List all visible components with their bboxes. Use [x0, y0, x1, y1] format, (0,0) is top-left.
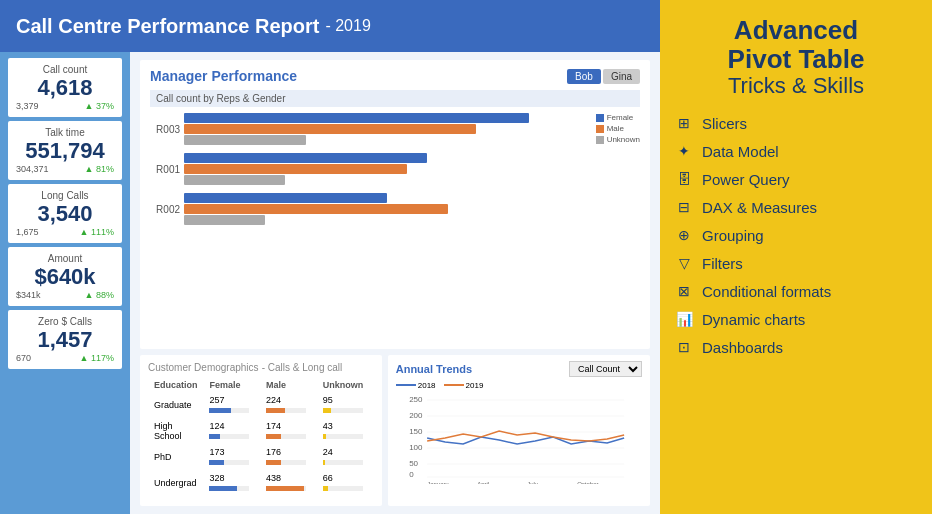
- bottom-row: Customer Demographics - Calls & Long cal…: [140, 355, 650, 506]
- feature-label: Conditional formats: [702, 283, 831, 300]
- feature-label: Dashboards: [702, 339, 783, 356]
- btn-bob[interactable]: Bob: [567, 69, 601, 84]
- stat-label: Call count: [16, 64, 114, 75]
- feature-icon: ⊡: [674, 337, 694, 357]
- bar-group: [184, 193, 590, 225]
- stat-prev: 3,379: [16, 101, 39, 111]
- right-subtitle: Tricks & Skills: [674, 73, 918, 99]
- female-cell: 173: [205, 445, 260, 469]
- legend-item: Female: [596, 113, 640, 122]
- col-male: Male: [262, 379, 317, 391]
- table-row: Graduate 257 224 95: [150, 393, 372, 417]
- legend-label: Unknown: [607, 135, 640, 144]
- trends-header: Annual Trends Call Count: [396, 361, 642, 377]
- manager-btn-group: Bob Gina: [567, 69, 640, 84]
- bar-gray: [184, 175, 285, 185]
- feature-icon: ⊠: [674, 281, 694, 301]
- bar-chart: R003 R001 R002: [150, 113, 590, 225]
- stat-change: ▲ 117%: [80, 353, 114, 363]
- stat-label: Amount: [16, 253, 114, 264]
- stat-change: ▲ 37%: [85, 101, 114, 111]
- feature-item: ⊕ Grouping: [674, 225, 918, 245]
- bar-orange: [184, 204, 448, 214]
- feature-label: Slicers: [702, 115, 747, 132]
- stat-card: Amount $640k $341k ▲ 88%: [8, 247, 122, 306]
- feature-label: Grouping: [702, 227, 764, 244]
- table-row: PhD 173 176 24: [150, 445, 372, 469]
- stat-card: Zero $ Calls 1,457 670 ▲ 117%: [8, 310, 122, 369]
- manager-perf-header: Manager Performance Bob Gina: [150, 68, 640, 84]
- stat-value: 4,618: [16, 77, 114, 99]
- manager-performance-panel: Manager Performance Bob Gina Call count …: [140, 60, 650, 349]
- trends-panel: Annual Trends Call Count 2018: [388, 355, 650, 506]
- features-list: ⊞ Slicers ✦ Data Model 🗄 Power Query ⊟ D…: [674, 113, 918, 357]
- bar-label: R002: [150, 204, 180, 215]
- bar-chart-legend: Female Male Unknown: [596, 113, 640, 225]
- female-cell: 328: [205, 471, 260, 495]
- feature-icon: ⊞: [674, 113, 694, 133]
- manager-perf-title: Manager Performance: [150, 68, 297, 84]
- feature-icon: ✦: [674, 141, 694, 161]
- male-cell: 224: [262, 393, 317, 417]
- edu-cell: High School: [150, 419, 203, 443]
- legend-item: Unknown: [596, 135, 640, 144]
- female-cell: 124: [205, 419, 260, 443]
- report-year: - 2019: [325, 17, 370, 35]
- svg-text:150: 150: [409, 427, 423, 436]
- legend-dot: [596, 136, 604, 144]
- legend-2019: 2019: [444, 381, 484, 390]
- svg-text:July: July: [527, 481, 538, 484]
- feature-label: Data Model: [702, 143, 779, 160]
- feature-label: Power Query: [702, 171, 790, 188]
- edu-cell: PhD: [150, 445, 203, 469]
- stat-prev: 1,675: [16, 227, 39, 237]
- legend-dot: [596, 125, 604, 133]
- stat-sub: 3,379 ▲ 37%: [16, 101, 114, 111]
- svg-text:April: April: [477, 481, 489, 484]
- stat-sub: 304,371 ▲ 81%: [16, 164, 114, 174]
- feature-item: 🗄 Power Query: [674, 169, 918, 189]
- col-female: Female: [205, 379, 260, 391]
- stats-sidebar: Call count 4,618 3,379 ▲ 37% Talk time 5…: [0, 52, 130, 514]
- bar-blue: [184, 153, 427, 163]
- bar-gray: [184, 215, 265, 225]
- demo-table-header: Education Female Male Unknown: [150, 379, 372, 391]
- feature-label: Filters: [702, 255, 743, 272]
- chart-subtitle: Call count by Reps & Gender: [150, 90, 640, 107]
- btn-gina[interactable]: Gina: [603, 69, 640, 84]
- svg-text:100: 100: [409, 443, 423, 452]
- demo-table: Education Female Male Unknown Graduate 2…: [148, 377, 374, 497]
- unknown-cell: 66: [319, 471, 372, 495]
- feature-item: ⊠ Conditional formats: [674, 281, 918, 301]
- trends-select[interactable]: Call Count: [569, 361, 642, 377]
- chart-area: Manager Performance Bob Gina Call count …: [130, 52, 660, 514]
- feature-item: ▽ Filters: [674, 253, 918, 273]
- bar-group: [184, 153, 590, 185]
- unknown-cell: 24: [319, 445, 372, 469]
- stat-change: ▲ 111%: [80, 227, 114, 237]
- feature-item: 📊 Dynamic charts: [674, 309, 918, 329]
- stat-value: 551,794: [16, 140, 114, 162]
- stat-value: $640k: [16, 266, 114, 288]
- demo-table-body: Graduate 257 224 95 High School 124 174: [150, 393, 372, 495]
- svg-text:January: January: [427, 481, 448, 484]
- report-title: Call Centre Performance Report: [16, 15, 319, 38]
- feature-icon: 🗄: [674, 169, 694, 189]
- edu-cell: Graduate: [150, 393, 203, 417]
- feature-icon: 📊: [674, 309, 694, 329]
- feature-icon: ▽: [674, 253, 694, 273]
- bar-row: R003: [150, 113, 590, 145]
- svg-text:250: 250: [409, 395, 423, 404]
- stat-label: Zero $ Calls: [16, 316, 114, 327]
- feature-label: DAX & Measures: [702, 199, 817, 216]
- stat-prev: 304,371: [16, 164, 49, 174]
- bar-label: R003: [150, 124, 180, 135]
- right-title: Advanced Pivot Table: [674, 16, 918, 73]
- stat-card: Talk time 551,794 304,371 ▲ 81%: [8, 121, 122, 180]
- trends-title: Annual Trends: [396, 363, 472, 375]
- bar-blue: [184, 113, 529, 123]
- demographics-panel: Customer Demographics - Calls & Long cal…: [140, 355, 382, 506]
- bar-group: [184, 113, 590, 145]
- edu-cell: Undergrad: [150, 471, 203, 495]
- stat-value: 1,457: [16, 329, 114, 351]
